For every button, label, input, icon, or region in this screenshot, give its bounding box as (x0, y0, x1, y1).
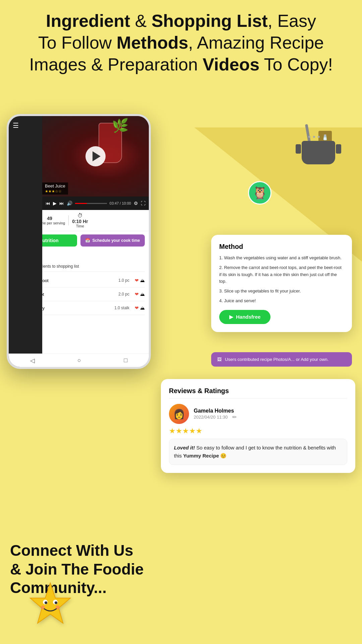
back-button[interactable]: ◁ (30, 357, 35, 364)
video-label: Beet Juice ★★★☆☆ (42, 182, 68, 195)
svg-point-6 (55, 601, 57, 604)
owl-mascot: 🦉 (248, 181, 272, 205)
beet-leaves: 🌿 (112, 118, 129, 133)
carrot-actions: ❤ ⛰ (135, 291, 145, 297)
header-bold-1: Ingredient (46, 11, 130, 31)
phone-mockup-left: ☰ 🌿 Beet Juice ★★★☆☆ ⏮ ▶ ⏭ 🔊 03:47 / 10:… (7, 114, 151, 369)
celery-heart-icon[interactable]: ❤ (135, 305, 139, 311)
carrot-amount: 2.0 pc (118, 292, 129, 297)
cooking-pot-container: 🧂 (302, 141, 335, 164)
edit-icon[interactable]: ✏ (232, 414, 237, 420)
beetroot-actions: ❤ ⛰ (135, 278, 145, 283)
celery-actions: ❤ ⛰ (135, 305, 145, 311)
star-svg (27, 581, 74, 628)
beetroot-name: Beetroot (32, 278, 116, 283)
svg-marker-2 (30, 583, 70, 623)
photos-text: Users contributed recipe Photos/A... or … (225, 357, 328, 362)
pot-handle-right (336, 144, 341, 154)
recent-button[interactable]: □ (124, 357, 127, 364)
review-text-content: Loved it! So easy to follow and I get to… (169, 439, 347, 465)
play-triangle-icon (93, 151, 101, 161)
review-stars: ★★★★★ (169, 427, 347, 435)
play-icon[interactable]: ▶ (53, 201, 57, 206)
method-title: Method (219, 243, 344, 251)
skip-back-icon[interactable]: ⏮ (46, 201, 50, 206)
owl-icon: 🦉 (252, 186, 267, 200)
header-line3-suffix: To Copy! (259, 55, 333, 74)
time-value: 0:10 Hr (72, 219, 88, 224)
phone-nav-bar: ◁ ○ □ (9, 354, 149, 367)
reviewer-info: Gamela Holmes 2022/04/20 11:30 ✏ (194, 408, 237, 420)
method-card: Method 1. Wash the vegetables using wate… (211, 235, 352, 332)
recipe-stars-small: ★★★☆☆ (45, 189, 62, 193)
header-bold-2: Shopping List (152, 11, 268, 31)
review-date: 2022/04/20 11:30 (194, 415, 228, 420)
header-line2-prefix: To Follow (38, 33, 117, 52)
photos-banner[interactable]: 🖼 Users contributed recipe Photos/A... o… (211, 352, 352, 367)
beetroot-mountain-icon[interactable]: ⛰ (140, 278, 145, 283)
settings-icon[interactable]: ⚙ (134, 201, 138, 206)
header-methods: Methods (117, 33, 188, 52)
time-info: ⏱ 0:10 Hr Time (72, 213, 88, 228)
video-time: 03:47 / 10:00 (110, 201, 131, 205)
header-connector: & (130, 11, 152, 31)
recipe-video-title: Beet Juice (45, 183, 65, 189)
progress-bar[interactable] (75, 203, 107, 204)
reviews-title: Reviews & Ratings (169, 387, 347, 398)
schedule-button[interactable]: 📅 Schedule your cook time (80, 234, 145, 247)
method-step-2: 2. Remove the carrot and beet-root tops,… (219, 264, 344, 285)
time-label: Time (76, 224, 84, 228)
method-step-3: 3. Slice up the vegetables to fit your j… (219, 288, 344, 295)
reviewer-avatar: 👩 (169, 404, 189, 424)
beetroot-amount: 1.0 pc (118, 278, 129, 283)
info-separator-2 (68, 215, 69, 225)
play-button[interactable] (85, 146, 106, 166)
header-suffix-1: , Easy (268, 11, 316, 31)
carrot-name: Carrot (32, 292, 116, 297)
svg-text:🧂: 🧂 (322, 134, 328, 141)
hamburger-icon[interactable]: ☰ (9, 116, 42, 135)
phone-sidebar: ☰ (9, 116, 42, 367)
beetroot-heart-icon[interactable]: ❤ (135, 278, 139, 283)
fullscreen-icon[interactable]: ⛶ (141, 201, 145, 206)
celery-name: Celery (32, 306, 112, 311)
bottom-cta-line1: Connect With Us (10, 541, 144, 560)
carrot-heart-icon[interactable]: ❤ (135, 291, 139, 297)
method-step-1: 1. Wash the vegetables using water and a… (219, 255, 344, 262)
header-line2-suffix: , Amazing Recipe (188, 33, 324, 52)
reviewer-header: 👩 Gamela Holmes 2022/04/20 11:30 ✏ (169, 404, 347, 424)
reviews-card: Reviews & Ratings 👩 Gamela Holmes 2022/0… (161, 379, 355, 473)
photos-icon: 🖼 (217, 357, 222, 362)
home-button[interactable]: ○ (77, 357, 81, 364)
video-controls: ⏮ ▶ ⏭ 🔊 03:47 / 10:00 ⚙ ⛶ (42, 197, 149, 210)
bottom-cta-line2: & Join The Foodie (10, 560, 144, 579)
reviewer-name: Gamela Holmes (194, 408, 237, 414)
skip-forward-icon[interactable]: ⏭ (59, 201, 64, 206)
star-mascot (27, 581, 74, 637)
calendar-icon: 📅 (85, 238, 90, 243)
volume-icon[interactable]: 🔊 (67, 201, 72, 206)
video-area: 🌿 Beet Juice ★★★☆☆ ⏮ ▶ ⏭ 🔊 03:47 / 10:00… (42, 116, 149, 210)
method-step-4: 4. Juice and serve! (219, 298, 344, 305)
play-circle-icon: ▶ (229, 314, 233, 320)
svg-point-5 (45, 601, 47, 604)
progress-fill (75, 203, 87, 204)
review-emoji: 😊 (220, 453, 227, 459)
header-line3-prefix: Images & Preparation (29, 55, 202, 74)
header-videos: Videos (203, 55, 260, 74)
calories-value: 49 (47, 216, 52, 221)
carrot-mountain-icon[interactable]: ⛰ (140, 291, 145, 297)
header-text: Ingredient & Shopping List, Easy To Foll… (13, 10, 349, 75)
pot-body (302, 141, 335, 164)
review-intro: Loved it! (174, 445, 195, 450)
pot-handle-left (296, 144, 301, 154)
clock-icon: ⏱ (77, 213, 83, 219)
schedule-label: Schedule your cook time (92, 238, 140, 243)
celery-mountain-icon[interactable]: ⛰ (140, 305, 145, 311)
celery-amount: 1.0 stalk (114, 306, 129, 310)
handsfree-button[interactable]: ▶ Handsfree (219, 310, 270, 324)
handsfree-label: Handsfree (236, 314, 260, 320)
steam-icon (308, 136, 320, 138)
review-bold-text: Yummy Recipe (183, 453, 219, 459)
